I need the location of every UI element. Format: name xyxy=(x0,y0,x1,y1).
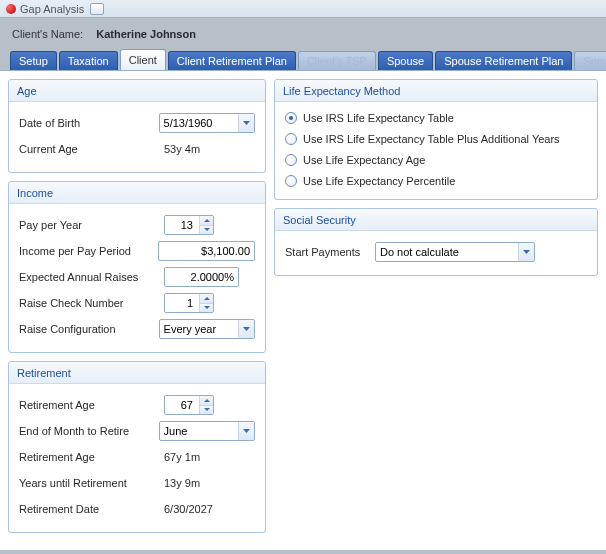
life-expectancy-option[interactable]: Use Life Expectancy Percentile xyxy=(285,175,587,187)
chevron-down-icon[interactable] xyxy=(518,243,534,261)
tab-client-s-tsp: Client's TSP xyxy=(298,51,376,70)
expected-raises-label: Expected Annual Raises xyxy=(19,271,164,283)
app-icon xyxy=(6,4,16,14)
raise-config-value: Every year xyxy=(164,323,238,335)
group-income-header: Income xyxy=(9,182,265,204)
dob-label: Date of Birth xyxy=(19,117,159,129)
expected-raises-input[interactable]: 2.0000% xyxy=(164,267,239,287)
pay-per-year-value: 13 xyxy=(181,219,197,231)
life-expectancy-radio-list: Use IRS Life Expectancy TableUse IRS Lif… xyxy=(285,110,587,189)
spin-down-icon[interactable] xyxy=(200,226,213,235)
svg-marker-9 xyxy=(523,250,530,254)
svg-marker-7 xyxy=(204,408,210,411)
chevron-down-icon[interactable] xyxy=(238,114,254,132)
tab-label: Spouse xyxy=(387,55,424,67)
raise-config-combo[interactable]: Every year xyxy=(159,319,255,339)
tab-client-retirement-plan[interactable]: Client Retirement Plan xyxy=(168,51,296,70)
life-expectancy-option[interactable]: Use Life Expectancy Age xyxy=(285,154,587,166)
window-titlebar: Gap Analysis xyxy=(0,0,606,18)
tab-label: Spouse Retirement Plan xyxy=(444,55,563,67)
tab-label: Setup xyxy=(19,55,48,67)
tab-spouse-s-tsp: Spouse's TSP xyxy=(574,51,606,70)
tab-spouse[interactable]: Spouse xyxy=(378,51,433,70)
radio-label: Use IRS Life Expectancy Table xyxy=(303,112,454,124)
spin-down-icon[interactable] xyxy=(200,406,213,415)
end-of-month-combo[interactable]: June xyxy=(159,421,255,441)
tab-label: Client xyxy=(129,54,157,66)
client-name-row: Client's Name: Katherine Johnson xyxy=(0,18,606,48)
tab-label: Client Retirement Plan xyxy=(177,55,287,67)
radio-icon xyxy=(285,112,297,124)
retirement-age-label: Retirement Age xyxy=(19,399,164,411)
group-retirement-header: Retirement xyxy=(9,362,265,384)
start-payments-combo[interactable]: Do not calculate xyxy=(375,242,535,262)
svg-marker-6 xyxy=(204,399,210,402)
svg-marker-3 xyxy=(204,297,210,300)
tab-label: Client's TSP xyxy=(307,55,367,67)
tab-label: Spouse's TSP xyxy=(583,55,606,67)
life-expectancy-option[interactable]: Use IRS Life Expectancy Table Plus Addit… xyxy=(285,133,587,145)
raise-check-value: 1 xyxy=(187,297,197,309)
svg-marker-2 xyxy=(204,228,210,231)
tabstrip: SetupTaxationClientClient Retirement Pla… xyxy=(0,48,606,70)
svg-marker-4 xyxy=(204,306,210,309)
tab-label: Taxation xyxy=(68,55,109,67)
spin-up-icon[interactable] xyxy=(200,216,213,226)
group-income: Income Pay per Year 13 Income xyxy=(8,181,266,353)
spin-down-icon[interactable] xyxy=(200,304,213,313)
group-social-security-header: Social Security xyxy=(275,209,597,231)
expected-raises-value: 2.0000% xyxy=(191,271,234,283)
tab-client[interactable]: Client xyxy=(120,49,166,70)
retirement-date-value: 6/30/2027 xyxy=(164,503,213,515)
window-button-icon[interactable] xyxy=(90,3,104,15)
dob-input[interactable]: 5/13/1960 xyxy=(159,113,255,133)
radio-icon xyxy=(285,175,297,187)
pay-per-year-input[interactable]: 13 xyxy=(164,215,214,235)
raise-check-input[interactable]: 1 xyxy=(164,293,214,313)
raise-check-label: Raise Check Number xyxy=(19,297,164,309)
tab-taxation[interactable]: Taxation xyxy=(59,51,118,70)
radio-label: Use Life Expectancy Percentile xyxy=(303,175,455,187)
group-life-expectancy: Life Expectancy Method Use IRS Life Expe… xyxy=(274,79,598,200)
chevron-down-icon[interactable] xyxy=(238,422,254,440)
life-expectancy-option[interactable]: Use IRS Life Expectancy Table xyxy=(285,112,587,124)
retirement-age-input[interactable]: 67 xyxy=(164,395,214,415)
radio-icon xyxy=(285,154,297,166)
retirement-date-label: Retirement Date xyxy=(19,503,164,515)
group-social-security: Social Security Start Payments Do not ca… xyxy=(274,208,598,276)
start-payments-value: Do not calculate xyxy=(380,246,518,258)
dob-value: 5/13/1960 xyxy=(164,117,238,129)
svg-marker-8 xyxy=(243,429,250,433)
chevron-down-icon[interactable] xyxy=(238,320,254,338)
years-until-label: Years until Retirement xyxy=(19,477,164,489)
start-payments-label: Start Payments xyxy=(285,246,375,258)
group-retirement: Retirement Retirement Age 67 E xyxy=(8,361,266,533)
client-name-value: Katherine Johnson xyxy=(96,28,196,40)
spin-up-icon[interactable] xyxy=(200,294,213,304)
group-life-expectancy-header: Life Expectancy Method xyxy=(275,80,597,102)
income-per-pay-input[interactable]: $3,100.00 xyxy=(158,241,255,261)
retirement-age-ym-value: 67y 1m xyxy=(164,451,200,463)
radio-label: Use IRS Life Expectancy Table Plus Addit… xyxy=(303,133,560,145)
current-age-label: Current Age xyxy=(19,143,164,155)
tab-content: Age Date of Birth 5/13/1960 Current Age xyxy=(0,70,606,550)
years-until-value: 13y 9m xyxy=(164,477,200,489)
current-age-value: 53y 4m xyxy=(164,143,200,155)
raise-config-label: Raise Configuration xyxy=(19,323,159,335)
svg-marker-0 xyxy=(243,121,250,125)
retirement-age-ym-label: Retirement Age xyxy=(19,451,164,463)
end-of-month-value: June xyxy=(164,425,238,437)
spin-up-icon[interactable] xyxy=(200,396,213,406)
end-of-month-label: End of Month to Retire xyxy=(19,425,159,437)
group-age: Age Date of Birth 5/13/1960 Current Age xyxy=(8,79,266,173)
window-title: Gap Analysis xyxy=(20,3,84,15)
income-per-pay-value: $3,100.00 xyxy=(201,245,250,257)
svg-marker-1 xyxy=(204,219,210,222)
tab-setup[interactable]: Setup xyxy=(10,51,57,70)
retirement-age-value: 67 xyxy=(181,399,197,411)
income-per-pay-label: Income per Pay Period xyxy=(19,245,158,257)
tab-spouse-retirement-plan[interactable]: Spouse Retirement Plan xyxy=(435,51,572,70)
radio-icon xyxy=(285,133,297,145)
group-age-header: Age xyxy=(9,80,265,102)
radio-label: Use Life Expectancy Age xyxy=(303,154,425,166)
